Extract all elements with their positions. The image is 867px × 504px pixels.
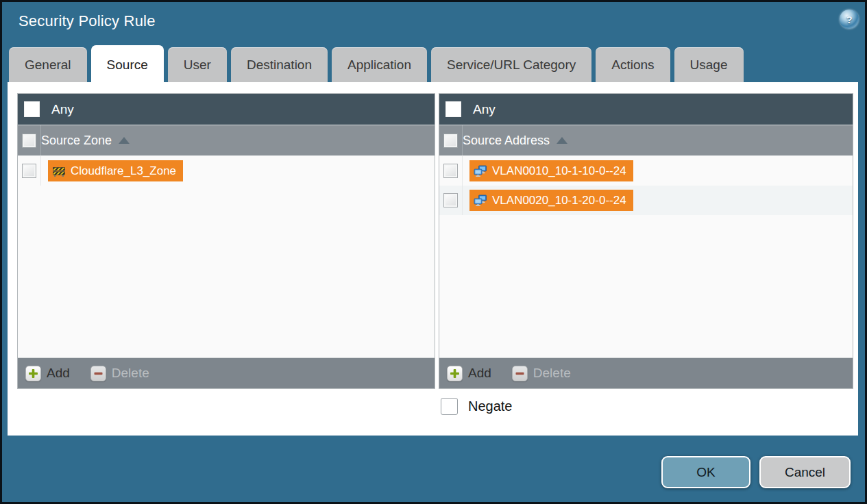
source-address-select-all-cell xyxy=(439,125,463,155)
security-policy-rule-dialog: Security Policy Rule ? General Source Us… xyxy=(0,0,867,504)
add-button-label: Add xyxy=(47,366,70,381)
source-address-row[interactable]: VLAN0020_10-1-20-0--24 xyxy=(439,186,853,215)
source-zone-row-checkbox[interactable] xyxy=(22,164,36,178)
tab-destination[interactable]: Destination xyxy=(231,47,328,82)
source-address-row-checkbox[interactable] xyxy=(443,193,458,207)
tab-source[interactable]: Source xyxy=(91,45,164,86)
negate-label: Negate xyxy=(468,399,513,414)
source-address-column-header[interactable]: Source Address xyxy=(439,125,853,156)
help-icon-glyph: ? xyxy=(846,14,852,25)
source-address-add-button[interactable]: Add xyxy=(447,366,491,381)
zone-barrier-icon xyxy=(52,165,66,177)
minus-icon xyxy=(90,366,106,381)
tab-usage[interactable]: Usage xyxy=(674,47,744,82)
source-address-select-all-checkbox[interactable] xyxy=(443,134,458,148)
sort-ascending-icon xyxy=(119,137,130,144)
source-zone-column-label: Source Zone xyxy=(41,134,112,148)
source-address-row-label: VLAN0010_10-1-10-0--24 xyxy=(492,164,626,178)
tab-application[interactable]: Application xyxy=(332,47,427,82)
source-address-any-checkbox[interactable] xyxy=(445,101,461,117)
source-address-panel: Any Source Address xyxy=(439,93,853,389)
tab-general[interactable]: General xyxy=(9,47,87,82)
minus-icon xyxy=(512,366,528,381)
negate-checkbox[interactable] xyxy=(441,398,458,415)
delete-button-label: Delete xyxy=(533,366,571,381)
source-zone-any-checkbox[interactable] xyxy=(24,101,40,117)
source-zone-row-label: Cloudflare_L3_Zone xyxy=(71,164,176,178)
add-button-label: Add xyxy=(468,366,491,381)
tab-service-url-category[interactable]: Service/URL Category xyxy=(431,47,591,82)
source-zone-select-all-cell xyxy=(18,125,41,155)
source-zone-footer: Add Delete xyxy=(18,357,435,388)
plus-icon xyxy=(447,366,463,381)
source-zone-any-label: Any xyxy=(51,102,74,117)
source-address-column-label: Source Address xyxy=(463,134,550,148)
network-address-icon xyxy=(474,165,487,177)
source-zone-add-button[interactable]: Add xyxy=(25,366,70,381)
tab-actions[interactable]: Actions xyxy=(596,47,670,82)
tab-user[interactable]: User xyxy=(168,47,227,82)
selected-address-chip[interactable]: VLAN0010_10-1-10-0--24 xyxy=(469,160,633,181)
selected-address-chip[interactable]: VLAN0020_10-1-20-0--24 xyxy=(469,190,633,211)
cancel-button[interactable]: Cancel xyxy=(759,456,851,488)
ok-button[interactable]: OK xyxy=(661,456,750,488)
plus-icon xyxy=(25,366,41,381)
sort-ascending-icon xyxy=(557,137,567,144)
network-address-icon xyxy=(474,194,487,207)
negate-option: Negate xyxy=(441,398,513,415)
source-zone-column-header[interactable]: Source Zone xyxy=(18,125,435,156)
source-zone-delete-button[interactable]: Delete xyxy=(90,366,149,381)
source-address-row-label: VLAN0020_10-1-20-0--24 xyxy=(492,194,626,207)
source-address-any-label: Any xyxy=(473,102,496,117)
source-zone-panel: Any Source Zone xyxy=(17,93,435,389)
source-zone-any-header: Any xyxy=(18,94,435,125)
source-zone-list: Cloudflare_L3_Zone xyxy=(18,156,435,357)
source-address-delete-button[interactable]: Delete xyxy=(512,366,571,381)
selected-zone-chip[interactable]: Cloudflare_L3_Zone xyxy=(48,160,183,181)
source-address-row[interactable]: VLAN0010_10-1-10-0--24 xyxy=(439,156,853,186)
help-icon[interactable]: ? xyxy=(840,10,859,29)
source-address-any-header: Any xyxy=(439,94,853,125)
dialog-title: Security Policy Rule xyxy=(19,12,156,30)
source-address-list: VLAN0010_10-1-10-0--24 xyxy=(439,156,853,357)
tab-bar: General Source User Destination Applicat… xyxy=(9,47,744,86)
source-zone-row[interactable]: Cloudflare_L3_Zone xyxy=(18,156,435,186)
source-address-row-checkbox[interactable] xyxy=(443,164,458,178)
delete-button-label: Delete xyxy=(112,366,149,381)
source-address-footer: Add Delete xyxy=(439,357,853,388)
source-zone-select-all-checkbox[interactable] xyxy=(22,134,36,148)
row-checkbox-cell xyxy=(18,156,41,186)
row-checkbox-cell xyxy=(439,186,463,215)
row-checkbox-cell xyxy=(439,156,463,186)
